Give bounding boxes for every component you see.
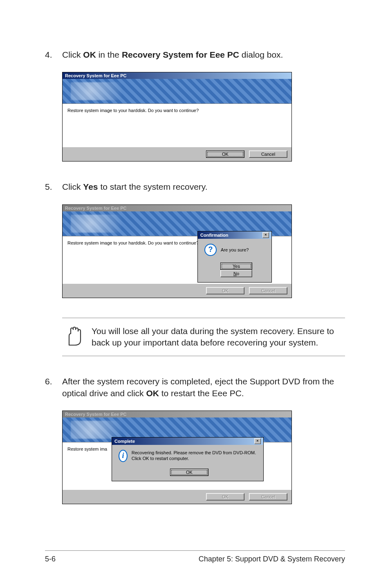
dialog-titlebar[interactable]: Confirmation × [198,231,271,239]
text-fragment: dialog box. [239,50,283,59]
ok-button[interactable]: OK [170,469,208,476]
dialog-message: Restore system ima [67,447,107,451]
step-number: 5. [45,181,62,193]
dialog-footer: OK Cancel [63,147,291,161]
dialog-footer: OK Cancel [63,490,291,504]
dialog-title: Recovery System for Eee PC [65,73,126,78]
cancel-button: Cancel [249,287,287,294]
step-text: After the system recovery is completed, … [62,376,345,399]
dialog-footer: OK Cancel [63,284,291,298]
text-fragment: in the [96,50,122,59]
page-footer: 5-6 Chapter 5: Support DVD & System Reco… [45,550,345,563]
dialog-message: Are you sure? [221,247,249,252]
text-fragment: to restart the Eee PC. [159,388,244,398]
dialog-titlebar[interactable]: Recovery System for Eee PC [63,411,291,417]
dialog-title: Recovery System for Eee PC [65,206,126,211]
dialog-footer: Yes No [198,261,271,282]
note-callout: You will lose all your data during the s… [62,318,345,357]
text-fragment: to start the system recovery. [98,182,208,191]
step-text: Click OK in the Recovery System for Eee … [62,49,345,61]
dialog-titlebar[interactable]: Recovery System for Eee PC [63,72,291,79]
text-bold-yes: Yes [83,182,98,191]
cancel-button: Cancel [249,493,287,500]
recovery-dialog-1: Recovery System for Eee PC Restore syste… [62,72,292,162]
dialog-body: Restore system image to your harddisk. D… [63,103,291,147]
step-number: 6. [45,376,62,399]
dialog-message: Recovering finished. Please remove the D… [132,450,257,462]
question-icon: ? [204,244,217,256]
caution-hand-icon [64,325,83,347]
recovery-dialog-2: Recovery System for Eee PC Restore syste… [62,204,292,298]
dialog-message: Restore system image to your harddisk. D… [67,108,199,113]
ok-button[interactable]: OK [206,150,244,158]
text-fragment: Click [62,50,83,59]
text-fragment: Click [62,182,83,191]
dialog-footer: OK [112,467,263,481]
text-bold-ok: OK [83,50,96,59]
step-text: Click Yes to start the system recovery. [62,181,345,193]
cancel-button[interactable]: Cancel [249,150,287,158]
info-icon: i [119,450,128,462]
yes-button[interactable]: Yes [220,263,252,270]
dialog-message: Restore system image to your harddisk. D… [67,240,199,245]
confirmation-dialog: Confirmation × ? Are you sure? Yes No [197,231,272,283]
chapter-title: Chapter 5: Support DVD & System Recovery [199,555,345,563]
recovery-dialog-3: Recovery System for Eee PC Restore syste… [62,411,292,504]
close-icon[interactable]: × [254,438,261,444]
step-5: 5. Click Yes to start the system recover… [45,181,345,193]
label-rest: o [237,271,239,276]
close-icon[interactable]: × [262,232,269,238]
dialog-body: i Recovering finished. Please remove the… [112,445,263,467]
dialog-banner [63,79,291,103]
complete-dialog: Complete × i Recovering finished. Please… [112,437,264,481]
dialog-titlebar[interactable]: Recovery System for Eee PC [63,205,291,211]
page-number: 5-6 [45,555,56,563]
dialog-body: ? Are you sure? [198,239,271,261]
note-text: You will lose all your data during the s… [92,325,343,349]
accesskey: N [233,271,237,276]
step-6: 6. After the system recovery is complete… [45,376,345,399]
step-number: 4. [45,49,62,61]
text-bold-ok: OK [146,388,159,398]
ok-button: OK [206,493,244,500]
no-button[interactable]: No [220,270,252,277]
dialog-title: Confirmation [200,233,228,238]
step-4: 4. Click OK in the Recovery System for E… [45,49,345,61]
label-rest: es [235,264,240,269]
text-bold-title: Recovery System for Eee PC [122,50,239,59]
ok-button: OK [206,287,244,294]
dialog-title: Complete [114,439,135,444]
dialog-title: Recovery System for Eee PC [65,412,126,417]
dialog-titlebar[interactable]: Complete × [112,438,263,445]
